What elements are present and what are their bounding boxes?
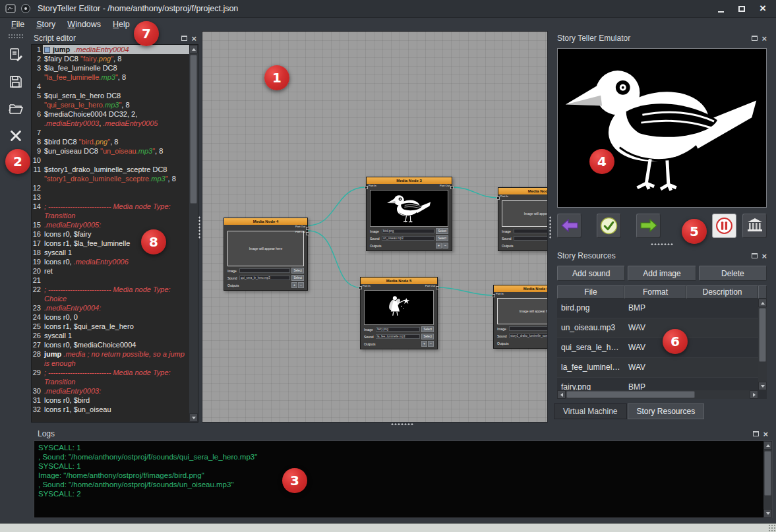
close-panel-icon[interactable]: × <box>761 36 767 42</box>
tab-story-resources[interactable]: Story Resources <box>628 403 705 419</box>
scrollbar-handle[interactable] <box>764 451 771 496</box>
pause-button[interactable] <box>712 214 736 238</box>
code-line[interactable]: 22; -------------------------- Media nod… <box>32 285 189 303</box>
scroll-left-icon[interactable] <box>557 390 566 399</box>
splitter-handle[interactable] <box>651 243 673 246</box>
code-line[interactable]: 19lcons r0, .mediaEntry0006 <box>32 257 189 266</box>
float-panel-icon[interactable] <box>181 36 187 41</box>
code-line[interactable]: 9$un_oiseau DC8 "un_oiseau.mp3", 8 <box>32 146 189 156</box>
input-port[interactable] <box>365 186 368 189</box>
node-remove-output-button[interactable]: − <box>442 243 448 249</box>
output-port[interactable] <box>306 232 309 235</box>
home-button[interactable] <box>742 214 767 238</box>
node-remove-output-button[interactable]: − <box>428 341 434 347</box>
code-line[interactable]: 11$story1_drako_luminelle_sceptre DC8 "s… <box>32 165 189 183</box>
graph-node[interactable]: Media Node 2Image will appear hereImageS… <box>498 187 548 251</box>
code-line[interactable]: 5$qui_sera_le_hero DC8 "qui_sera_le_hero… <box>32 91 189 109</box>
scrollbar-handle[interactable] <box>566 391 695 398</box>
code-line[interactable]: 13 <box>32 192 189 202</box>
scroll-up-icon[interactable] <box>758 299 767 307</box>
close-button[interactable]: × <box>758 3 768 14</box>
table-vscrollbar[interactable] <box>758 299 767 390</box>
scroll-up-icon[interactable] <box>763 441 772 450</box>
minimize-button[interactable] <box>715 3 726 14</box>
code-line[interactable]: 8$bird DC8 "bird.png", 8 <box>32 137 189 146</box>
node-select-image-button[interactable]: Select <box>421 326 434 332</box>
splitter-handle[interactable] <box>391 423 413 426</box>
code-line[interactable]: 3$la_fee_luminelle DC8 "la_fee_luminelle… <box>32 63 189 82</box>
code-line[interactable]: 7 <box>32 128 189 137</box>
code-line[interactable]: 2$fairy DC8 "fairy.png", 8 <box>32 54 189 63</box>
code-line[interactable]: 21 <box>32 276 189 285</box>
node-add-output-button[interactable]: + <box>291 282 297 288</box>
scroll-up-icon[interactable] <box>189 45 198 53</box>
float-panel-icon[interactable] <box>752 253 758 258</box>
input-port[interactable] <box>492 294 495 297</box>
code-line[interactable]: 15.mediaEntry0005: <box>32 220 189 229</box>
node-select-sound-button[interactable]: Select <box>436 235 448 241</box>
splitter-handle[interactable] <box>198 216 201 239</box>
input-port[interactable] <box>359 286 362 289</box>
close-panel-icon[interactable]: × <box>761 253 767 259</box>
code-line[interactable]: 20ret <box>32 266 189 276</box>
delete-button[interactable]: Delete <box>699 266 767 281</box>
open-button[interactable] <box>5 98 27 120</box>
code-line[interactable]: 16lcons r0, $fairy <box>32 229 189 239</box>
editor-scrollbar[interactable] <box>189 45 198 422</box>
scroll-right-icon[interactable] <box>750 390 758 399</box>
next-button[interactable] <box>636 214 661 238</box>
splitter-handle[interactable] <box>549 216 552 239</box>
output-port[interactable] <box>436 286 439 289</box>
scrollbar-handle[interactable] <box>759 308 766 362</box>
float-panel-icon[interactable] <box>753 431 759 436</box>
input-port[interactable] <box>496 196 500 200</box>
resource-row[interactable]: un_oiseau.mp3WAV <box>557 318 758 338</box>
graph-node[interactable]: Media Node 4Image will appear hereImageS… <box>224 218 308 291</box>
graph-node[interactable]: Media Node 3Imagebird.pngSelectSoundun_o… <box>366 177 452 251</box>
node-select-sound-button[interactable]: Select <box>421 334 434 340</box>
node-remove-output-button[interactable]: − <box>298 282 304 288</box>
scroll-down-icon[interactable] <box>763 509 772 517</box>
scroll-down-icon[interactable] <box>189 413 198 422</box>
add-image-button[interactable]: Add image <box>628 266 696 281</box>
resize-grip[interactable] <box>768 524 775 531</box>
close-project-button[interactable] <box>5 125 27 147</box>
table-hscrollbar[interactable] <box>557 390 758 399</box>
menu-file[interactable]: File <box>5 18 30 30</box>
column-header-description[interactable]: Description <box>686 285 758 299</box>
graph-node[interactable]: Media Node 5Imagefairy.pngSelectSoundla_… <box>360 277 438 349</box>
code-line[interactable]: 14; -------------------------- Media nod… <box>32 202 189 220</box>
code-line[interactable]: 32lcons r1, $un_oiseau <box>32 405 189 414</box>
code-line[interactable]: 28jump .media ; no return possible, so a… <box>32 349 189 368</box>
node-canvas[interactable]: Media Node 4Image will appear hereImageS… <box>202 31 548 423</box>
resource-row[interactable]: qui_sera_le_hero.mp3WAV <box>557 338 758 358</box>
toolbar-grip[interactable] <box>8 34 24 38</box>
column-header-format[interactable]: Format <box>624 285 686 299</box>
close-panel-icon[interactable]: × <box>763 431 768 437</box>
code-line[interactable]: 29; -------------------------- Media nod… <box>32 368 189 386</box>
resource-row[interactable]: la_fee_luminelle.mp3WAV <box>557 358 758 378</box>
code-line[interactable]: 31lcons r0, $bird <box>32 396 189 405</box>
node-add-output-button[interactable]: + <box>436 243 442 249</box>
output-port[interactable] <box>450 186 454 189</box>
column-header-file[interactable]: File <box>557 285 624 299</box>
code-line[interactable]: 10 <box>32 156 189 165</box>
resource-row[interactable]: fairy.pngBMP <box>557 378 758 390</box>
node-select-image-button[interactable]: Select <box>291 268 304 274</box>
menu-windows[interactable]: Windows <box>61 18 107 30</box>
menu-help[interactable]: Help <box>107 18 136 30</box>
ok-button[interactable] <box>597 214 621 238</box>
node-select-image-button[interactable]: Select <box>436 228 448 234</box>
resource-row[interactable]: bird.pngBMP <box>557 299 758 318</box>
node-add-output-button[interactable]: + <box>421 341 427 347</box>
code-line[interactable]: 24lcons r0, 0 <box>32 312 189 322</box>
code-lines[interactable]: 1jump .mediaEntry00042$fairy DC8 "fairy.… <box>32 45 189 422</box>
code-line[interactable]: 27lcons r0, $mediaChoice0004 <box>32 340 189 349</box>
tab-virtual-machine[interactable]: Virtual Machine <box>554 403 627 419</box>
close-panel-icon[interactable]: × <box>191 36 196 42</box>
float-panel-icon[interactable] <box>752 36 758 41</box>
output-port[interactable] <box>306 227 309 230</box>
code-line[interactable]: 12 <box>32 183 189 192</box>
code-line[interactable]: 26syscall 1 <box>32 331 189 340</box>
code-line[interactable]: 25lcons r1, $qui_sera_le_hero <box>32 322 189 331</box>
